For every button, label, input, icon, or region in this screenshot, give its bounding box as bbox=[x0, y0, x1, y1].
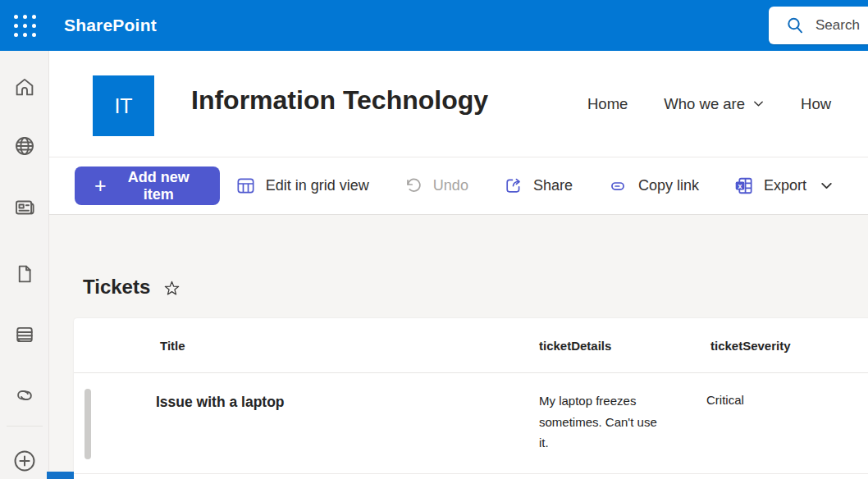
grid-icon bbox=[235, 176, 256, 196]
link-icon[interactable] bbox=[11, 382, 38, 408]
site-logo[interactable]: IT bbox=[93, 75, 154, 136]
nav-item-home[interactable]: Home bbox=[587, 95, 628, 113]
command-bar: + Add new item Edit in grid view Undo bbox=[49, 157, 868, 215]
chevron-down-icon bbox=[752, 98, 765, 110]
app-launcher-button[interactable] bbox=[0, 0, 49, 51]
nav-item-how[interactable]: How bbox=[801, 95, 831, 113]
share-icon bbox=[503, 176, 523, 196]
waffle-icon bbox=[14, 15, 36, 37]
nav-item-who-we-are[interactable]: Who we are bbox=[664, 95, 765, 113]
chevron-down-icon bbox=[820, 179, 834, 193]
table-header-row: Title ticketDetails ticketSeverity bbox=[74, 318, 868, 373]
copy-link-button[interactable]: Copy link bbox=[607, 176, 699, 197]
list-title: Tickets bbox=[83, 276, 150, 299]
site-title[interactable]: Information Technology bbox=[191, 85, 488, 116]
tickets-table: Title ticketDetails ticketSeverity Issue… bbox=[74, 318, 868, 479]
copy-link-icon bbox=[607, 176, 628, 197]
undo-icon bbox=[404, 176, 423, 196]
svg-text:x: x bbox=[738, 182, 742, 190]
suite-bar: SharePoint Search bbox=[0, 0, 868, 51]
news-icon[interactable] bbox=[11, 194, 38, 221]
document-icon[interactable] bbox=[11, 261, 38, 287]
export-button[interactable]: x Export bbox=[733, 176, 834, 196]
table-row[interactable]: Issue with a laptop My laptop freezes so… bbox=[74, 373, 868, 474]
globe-icon[interactable] bbox=[11, 133, 38, 159]
undo-button[interactable]: Undo bbox=[404, 176, 468, 196]
add-new-item-button[interactable]: + Add new item bbox=[75, 167, 220, 205]
column-header-title[interactable]: Title bbox=[160, 318, 185, 373]
list-content-area: Tickets Title ticketDetails ticketSeveri… bbox=[49, 215, 868, 479]
search-input[interactable]: Search bbox=[769, 7, 868, 44]
column-header-ticketdetails[interactable]: ticketDetails bbox=[539, 318, 611, 373]
search-icon bbox=[786, 16, 804, 34]
site-header: IT Information Technology Home Who we ar… bbox=[49, 51, 868, 157]
scroll-indicator bbox=[47, 472, 74, 479]
site-navigation: Home Who we are How bbox=[587, 51, 831, 157]
vertical-scrollbar-thumb[interactable] bbox=[85, 389, 91, 459]
column-header-ticketseverity[interactable]: ticketSeverity bbox=[710, 318, 791, 373]
share-button[interactable]: Share bbox=[503, 176, 573, 196]
sharepoint-app: SharePoint Search bbox=[0, 0, 868, 479]
cell-ticketseverity: Critical bbox=[706, 393, 744, 407]
cell-ticketdetails: My laptop freezes sometimes. Can't use i… bbox=[539, 390, 664, 454]
edit-in-grid-view-button[interactable]: Edit in grid view bbox=[235, 176, 369, 196]
cell-title[interactable]: Issue with a laptop bbox=[156, 394, 285, 411]
app-title[interactable]: SharePoint bbox=[64, 16, 157, 35]
home-icon[interactable] bbox=[11, 74, 38, 100]
add-icon[interactable] bbox=[11, 448, 38, 474]
search-placeholder: Search bbox=[815, 17, 860, 34]
lists-icon[interactable] bbox=[11, 322, 38, 348]
left-rail bbox=[0, 51, 49, 479]
list-title-row: Tickets bbox=[83, 276, 181, 299]
excel-icon: x bbox=[733, 176, 754, 196]
favorite-star-icon[interactable] bbox=[162, 279, 181, 298]
rail-divider bbox=[7, 426, 43, 427]
